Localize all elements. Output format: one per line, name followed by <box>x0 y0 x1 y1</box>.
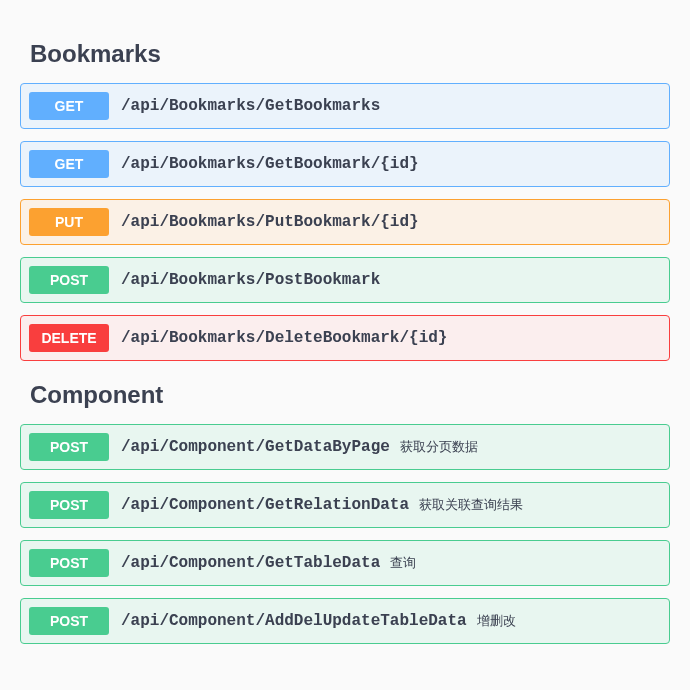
endpoint-row[interactable]: POST /api/Bookmarks/PostBookmark <box>20 257 670 303</box>
endpoint-path: /api/Bookmarks/PutBookmark/{id} <box>121 213 419 231</box>
method-badge: PUT <box>29 208 109 236</box>
endpoint-path: /api/Bookmarks/PostBookmark <box>121 271 380 289</box>
method-badge: POST <box>29 491 109 519</box>
section-title[interactable]: Component <box>30 381 670 409</box>
endpoint-path: /api/Component/AddDelUpdateTableData <box>121 612 467 630</box>
endpoint-row[interactable]: POST /api/Component/GetRelationData 获取关联… <box>20 482 670 528</box>
method-badge: DELETE <box>29 324 109 352</box>
method-badge: POST <box>29 266 109 294</box>
method-badge: GET <box>29 92 109 120</box>
method-badge: POST <box>29 433 109 461</box>
endpoint-row[interactable]: POST /api/Component/GetTableData 查询 <box>20 540 670 586</box>
endpoint-path: /api/Component/GetTableData <box>121 554 380 572</box>
endpoint-row[interactable]: POST /api/Component/AddDelUpdateTableDat… <box>20 598 670 644</box>
endpoint-desc: 获取分页数据 <box>400 438 478 456</box>
endpoint-row[interactable]: PUT /api/Bookmarks/PutBookmark/{id} <box>20 199 670 245</box>
endpoint-row[interactable]: DELETE /api/Bookmarks/DeleteBookmark/{id… <box>20 315 670 361</box>
endpoint-row[interactable]: GET /api/Bookmarks/GetBookmark/{id} <box>20 141 670 187</box>
endpoint-path: /api/Component/GetDataByPage <box>121 438 390 456</box>
endpoint-row[interactable]: POST /api/Component/GetDataByPage 获取分页数据 <box>20 424 670 470</box>
endpoint-path: /api/Bookmarks/GetBookmarks <box>121 97 380 115</box>
endpoint-path: /api/Bookmarks/GetBookmark/{id} <box>121 155 419 173</box>
method-badge: GET <box>29 150 109 178</box>
endpoint-desc: 查询 <box>390 554 416 572</box>
endpoint-desc: 获取关联查询结果 <box>419 496 523 514</box>
section-title[interactable]: Bookmarks <box>30 40 670 68</box>
method-badge: POST <box>29 607 109 635</box>
method-badge: POST <box>29 549 109 577</box>
endpoint-path: /api/Component/GetRelationData <box>121 496 409 514</box>
endpoint-row[interactable]: GET /api/Bookmarks/GetBookmarks <box>20 83 670 129</box>
endpoint-desc: 增删改 <box>477 612 516 630</box>
endpoint-path: /api/Bookmarks/DeleteBookmark/{id} <box>121 329 447 347</box>
